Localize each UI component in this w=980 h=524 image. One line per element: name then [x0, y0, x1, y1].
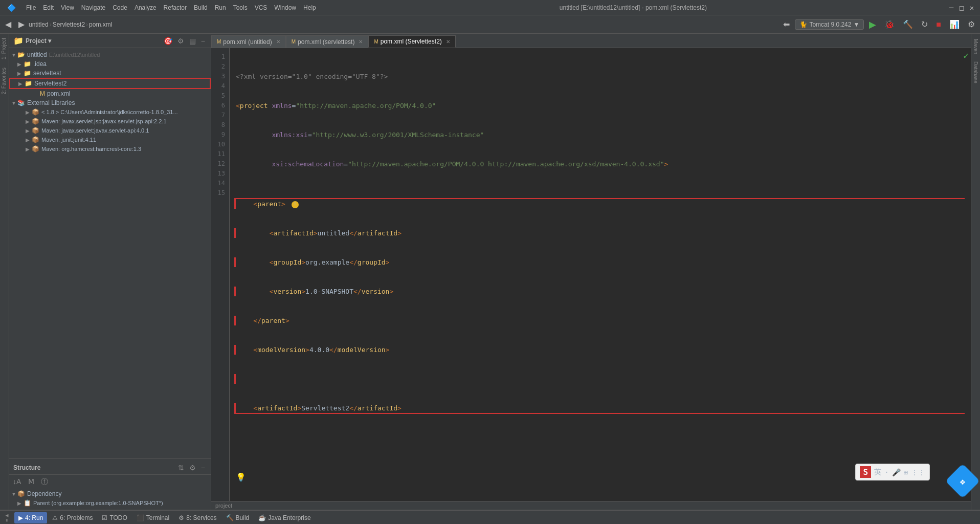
stop-button[interactable]: ■: [933, 19, 944, 30]
menu-navigate[interactable]: Navigate: [78, 3, 108, 12]
line-num-11: 11: [215, 149, 225, 159]
bulb-icon: 💡: [236, 472, 246, 482]
structure-collapse-button[interactable]: −: [199, 463, 207, 472]
tomcat-icon: 🐈: [799, 21, 807, 28]
tab-services[interactable]: ⚙ 8: Services: [174, 512, 220, 523]
ime-mic-icon[interactable]: 🎤: [892, 468, 901, 476]
minimize-button[interactable]: ─: [947, 4, 955, 12]
tree-servlettest2[interactable]: ▶ 📁 Servlettest2: [9, 78, 211, 89]
tab-terminal[interactable]: ⬛ Terminal: [132, 512, 173, 523]
menu-view[interactable]: View: [58, 3, 77, 12]
settings-gear-button[interactable]: ⚙: [176, 36, 186, 46]
menu-vcs[interactable]: VCS: [252, 3, 271, 12]
tab-run[interactable]: ▶ 4: Run: [14, 512, 47, 523]
menu-tools[interactable]: Tools: [230, 3, 251, 12]
tree-root-untitled[interactable]: ▼ 📂 untitled E:\untitled12\untitled: [9, 50, 211, 59]
bottom-tab-bar: ▶ ≡ ▶ 4: Run ⚠ 6: Problems ☑ TODO ⬛ Term…: [0, 511, 980, 524]
breadcrumb-servlettest2[interactable]: Servlettest2: [53, 21, 85, 28]
navigate-back-icon[interactable]: ⬅: [780, 18, 793, 30]
sort-asc-button[interactable]: ↓A: [11, 477, 23, 486]
tree-ext-libs[interactable]: ▼ 📚 External Libraries: [9, 98, 211, 107]
tab-java-enterprise[interactable]: ☕ Java Enterprise: [254, 512, 315, 523]
tab-pom-servlettest-close[interactable]: ✕: [359, 39, 363, 45]
tree-lib-jsp[interactable]: ▶ 📦 Maven: javax.servlet.jsp:javax.servl…: [9, 117, 211, 126]
menu-help[interactable]: Help: [300, 3, 319, 12]
project-panel-icon: 📁: [13, 36, 24, 46]
code-line-11: [234, 374, 965, 384]
settings-button[interactable]: ⚙: [965, 18, 978, 30]
tab-pom-servlettest2[interactable]: M pom.xml (Servlettest2) ✕: [368, 35, 455, 48]
dep-icon: 📦: [17, 490, 25, 497]
tree-servlettest[interactable]: ▶ 📁 servlettest: [9, 69, 211, 78]
structure-side-icon[interactable]: ≡: [4, 519, 10, 522]
menu-run[interactable]: Run: [212, 3, 229, 12]
tab-pom-untitled[interactable]: M pom.xml (untitled) ✕: [211, 35, 286, 48]
structure-settings-button[interactable]: ⚙: [188, 463, 197, 472]
ime-lang-label[interactable]: 英: [874, 468, 881, 477]
tab-build[interactable]: 🔨 Build: [222, 512, 254, 523]
idea-label: .idea: [33, 60, 47, 68]
tree-lib-servlet[interactable]: ▶ 📦 Maven: javax.servlet:javax.servlet-a…: [9, 126, 211, 135]
tab-pom-servlettest2-close[interactable]: ✕: [446, 39, 450, 45]
dep-label: Dependency: [27, 490, 61, 497]
servlettest-arrow: ▶: [17, 71, 24, 76]
tree-lib-hamcrest[interactable]: ▶ 📦 Maven: org.hamcrest:hamcrest-core:1.…: [9, 144, 211, 154]
debug-button[interactable]: 🐞: [881, 18, 898, 30]
menu-refactor[interactable]: Refactor: [161, 3, 190, 12]
titlebar: 🔷 File Edit View Navigate Code Analyze R…: [0, 0, 980, 15]
run-button[interactable]: ▶: [866, 18, 879, 31]
tomcat-selector[interactable]: 🐈 Tomcat 9.0.242 ▼: [795, 19, 864, 30]
refresh-button[interactable]: ↻: [918, 18, 931, 30]
lib-jsp-icon: 📦: [32, 118, 39, 125]
coverage-button[interactable]: 📊: [946, 18, 963, 30]
database-panel-label[interactable]: Database: [972, 58, 979, 86]
menu-edit[interactable]: Edit: [40, 3, 57, 12]
build-tab-icon: 🔨: [226, 514, 234, 521]
lib-servlet-label: Maven: javax.servlet:javax.servlet-api:4…: [41, 127, 149, 134]
breadcrumb-pomxml[interactable]: pom.xml: [89, 21, 112, 28]
tab-todo[interactable]: ☑ TODO: [98, 512, 131, 523]
lib-jdk-label: < 1.8 > C:\Users\Administrator\jdks\corr…: [41, 109, 178, 115]
sort-method-button[interactable]: Ⅿ: [27, 477, 36, 486]
window-title: untitled [E:\untitled12\untitled] - pom.…: [319, 4, 947, 11]
maven-panel-label[interactable]: Maven: [972, 36, 979, 57]
forward-button[interactable]: ▶: [15, 18, 28, 30]
structure-sort-button[interactable]: ⇅: [176, 463, 186, 472]
tab-problems[interactable]: ⚠ 6: Problems: [48, 512, 97, 523]
structure-parent[interactable]: ▶ 📋 Parent (org.example:org.example:1.0-…: [9, 498, 211, 508]
tree-lib-jdk[interactable]: ▶ 📦 < 1.8 > C:\Users\Administrator\jdks\…: [9, 107, 211, 117]
run-panel-icon[interactable]: ▶: [4, 513, 10, 519]
menu-build[interactable]: Build: [191, 3, 211, 12]
locate-file-button[interactable]: 🎯: [162, 36, 174, 46]
ime-more-icon[interactable]: ⋮⋮: [911, 468, 925, 476]
close-button[interactable]: ✕: [968, 4, 976, 12]
tab-pom-servlettest[interactable]: M pom.xml (servlettest) ✕: [286, 35, 369, 48]
breadcrumb-untitled[interactable]: untitled: [29, 21, 49, 28]
tree-idea[interactable]: ▶ 📁 .idea: [9, 59, 211, 69]
menu-analyze[interactable]: Analyze: [131, 3, 160, 12]
tab-pom-untitled-close[interactable]: ✕: [276, 39, 280, 45]
code-editor[interactable]: <?xml version="1.0" encoding="UTF-8"?> <…: [230, 48, 971, 501]
menu-file[interactable]: File: [23, 3, 39, 12]
lib-hamcrest-icon: 📦: [32, 145, 39, 152]
view-options-button[interactable]: ▤: [188, 36, 197, 46]
favorites-icon[interactable]: 2: Favorites: [0, 63, 9, 98]
code-line-8: <version>1.0-SNAPSHOT</version>: [234, 287, 965, 296]
structure-panel: Structure ⇅ ⚙ − ↓A Ⅿ ⓕ ▼ 📦 Dependency ▶ …: [9, 458, 211, 510]
maximize-button[interactable]: □: [957, 4, 966, 12]
sort-field-button[interactable]: ⓕ: [39, 477, 50, 487]
collapse-panel-button[interactable]: −: [199, 36, 207, 46]
menu-window[interactable]: Window: [271, 3, 299, 12]
back-button[interactable]: ◀: [2, 18, 14, 30]
build-button[interactable]: 🔨: [900, 18, 916, 30]
project-icon[interactable]: 1: Project: [0, 34, 9, 63]
ime-grid-icon[interactable]: ⊞: [904, 468, 908, 476]
structure-dependency[interactable]: ▼ 📦 Dependency: [9, 489, 211, 498]
tree-pom-servlettest2[interactable]: M pom.xml: [9, 89, 211, 98]
build-tab-label: Build: [236, 514, 250, 521]
tree-lib-junit[interactable]: ▶ 📦 Maven: junit:junit:4.11: [9, 135, 211, 144]
lib-servlet-icon: 📦: [32, 127, 39, 134]
structure-panel-header: Structure ⇅ ⚙ −: [9, 461, 211, 475]
menu-code[interactable]: Code: [109, 3, 130, 12]
servlettest2-arrow: ▶: [18, 81, 25, 86]
